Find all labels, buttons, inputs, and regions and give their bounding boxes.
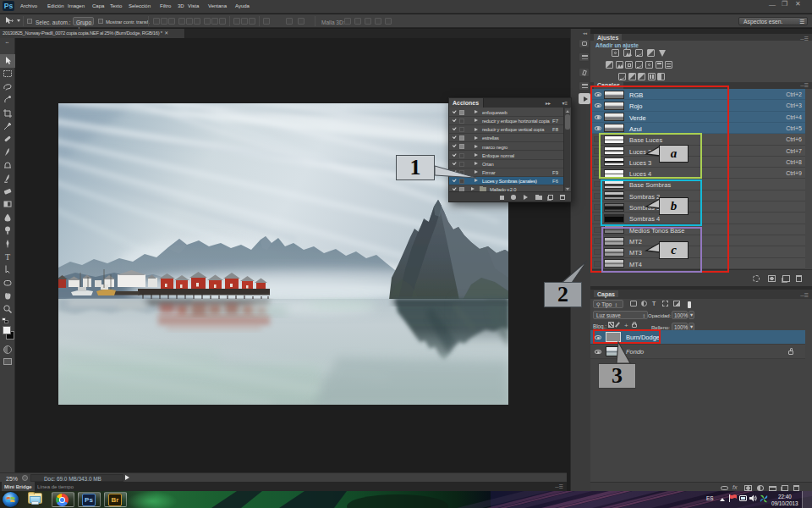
- svg-text:T: T: [5, 252, 10, 262]
